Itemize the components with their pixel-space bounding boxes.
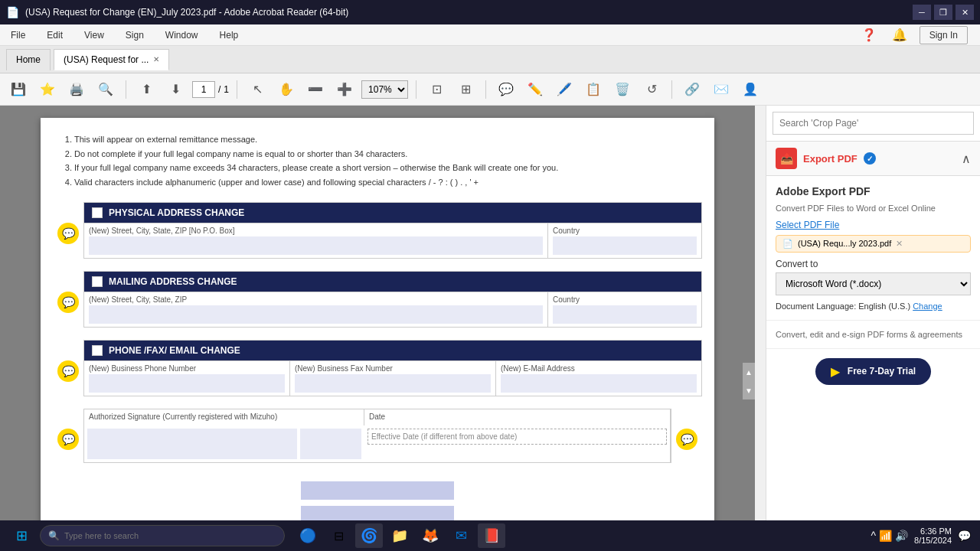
phone-field: (New) Business Phone Number <box>84 361 290 396</box>
trial-button[interactable]: ▶ Free 7-Day Trial <box>815 358 931 385</box>
mailing-country-input[interactable] <box>553 305 697 324</box>
comment-bubble-sig[interactable]: 💬 <box>57 429 79 450</box>
firefox-icon: 🦊 <box>422 527 439 544</box>
sig-input-1[interactable] <box>87 429 297 459</box>
mailing-country-label: Country <box>553 295 697 304</box>
minimize-button[interactable]: ─ <box>913 5 931 20</box>
zoom-out-button[interactable]: 🔍 <box>93 77 118 102</box>
zoom-in-tool[interactable]: ➕ <box>332 77 357 102</box>
mailing-street-input[interactable] <box>89 305 543 324</box>
scroll-up-button[interactable]: ▲ <box>743 363 755 381</box>
print-button[interactable]: 🖨️ <box>64 77 89 102</box>
phone-fax-checkbox[interactable] <box>92 345 103 356</box>
taskbar-cortana[interactable]: 🔵 <box>294 523 322 548</box>
menu-edit[interactable]: Edit <box>42 28 67 42</box>
fax-input[interactable] <box>295 374 491 393</box>
tab-home[interactable]: Home <box>6 49 51 70</box>
save-button[interactable]: 💾 <box>6 77 31 102</box>
taskbar-edge[interactable]: 🌀 <box>355 523 383 548</box>
notification-icon[interactable]: 💬 <box>958 530 971 542</box>
hand-tool[interactable]: ✋ <box>274 77 299 102</box>
page-number-input[interactable] <box>192 81 215 98</box>
clock-date: 8/15/2024 <box>914 536 952 545</box>
export-pdf-title: 📤 Export PDF ✓ <box>776 148 876 169</box>
sign-in-button[interactable]: Sign In <box>920 26 968 44</box>
markup-button[interactable]: 🖊️ <box>552 77 577 102</box>
doc-language: Document Language: English (U.S.) Change <box>776 302 971 311</box>
comment-bubble-phone[interactable]: 💬 <box>57 360 79 382</box>
marquee-tool[interactable]: ⊞ <box>453 77 478 102</box>
select-pdf-link[interactable]: Select PDF File <box>776 220 971 230</box>
menu-window[interactable]: Window <box>161 28 203 42</box>
comment-col-mailing: 💬 <box>53 271 83 334</box>
comment-bubble-sig-right[interactable]: 💬 <box>676 429 697 450</box>
link-button[interactable]: 🔗 <box>680 77 704 102</box>
taskbar-file-explorer[interactable]: 📁 <box>386 523 413 548</box>
taskbar-search-bar[interactable]: 🔍 <box>40 525 285 546</box>
prev-page-button[interactable]: ⬆ <box>134 77 158 102</box>
menu-sign[interactable]: Sign <box>121 28 149 42</box>
zoom-out-tool[interactable]: ➖ <box>303 77 328 102</box>
tab-document[interactable]: (USA) Request for ... ✕ <box>54 49 169 70</box>
divider-3 <box>416 80 416 99</box>
trial-section: ▶ Free 7-Day Trial <box>766 349 980 394</box>
page-separator: / <box>218 84 220 95</box>
physical-address-checkbox[interactable] <box>92 207 103 218</box>
comment-bubble-mailing[interactable]: 💬 <box>57 292 79 313</box>
physical-country-input[interactable] <box>553 236 697 255</box>
mailing-address-checkbox[interactable] <box>92 276 103 287</box>
rotate-button[interactable]: ↺ <box>639 77 664 102</box>
physical-street-input[interactable] <box>89 236 543 255</box>
tray-network-icon[interactable]: 📶 <box>879 530 892 542</box>
scroll-controls: ▲ ▼ <box>743 363 755 399</box>
help-button[interactable]: ❓ <box>858 24 880 46</box>
close-button[interactable]: ✕ <box>956 5 974 20</box>
bookmark-button[interactable]: ⭐ <box>35 77 60 102</box>
sig-input-2[interactable] <box>300 429 361 459</box>
taskbar: ⊞ 🔍 🔵 ⊟ 🌀 📁 🦊 ✉ 📕 ^ 📶 🔊 <box>0 520 980 551</box>
start-button[interactable]: ⊞ <box>6 523 37 548</box>
effective-date-label: Effective Date (if different from above … <box>368 429 667 445</box>
bottom-fields <box>53 481 702 524</box>
phone-input[interactable] <box>89 374 285 393</box>
change-language-link[interactable]: Change <box>913 302 942 311</box>
sidebar-collapse-button[interactable]: ∧ <box>962 152 971 166</box>
mailing-address-fields: (New) Street, City, State, ZIP Country <box>84 292 701 327</box>
pdf-viewer[interactable]: ▲ ▼ This will appear on external remitta… <box>0 106 755 551</box>
taskbar-taskview[interactable]: ⊟ <box>325 523 352 548</box>
mail-button[interactable]: ✉️ <box>709 77 733 102</box>
taskbar-firefox[interactable]: 🦊 <box>416 523 444 548</box>
tray-expand-icon[interactable]: ^ <box>871 530 876 542</box>
clock[interactable]: 6:36 PM 8/15/2024 <box>914 527 952 545</box>
delete-button[interactable]: 🗑️ <box>610 77 635 102</box>
tray-volume-icon[interactable]: 🔊 <box>895 530 908 542</box>
restore-button[interactable]: ❒ <box>934 5 952 20</box>
taskbar-acrobat[interactable]: 📕 <box>478 523 505 548</box>
export-icon: 📤 <box>776 148 797 169</box>
taskbar-outlook[interactable]: ✉ <box>447 523 475 548</box>
tab-close-button[interactable]: ✕ <box>153 55 159 64</box>
menu-help[interactable]: Help <box>215 28 243 42</box>
app-icon: 📄 <box>6 6 19 18</box>
cursor-tool[interactable]: ↖ <box>245 77 270 102</box>
email-input[interactable] <box>501 374 697 393</box>
notifications-button[interactable]: 🔔 <box>889 24 910 46</box>
stamp-button[interactable]: 📋 <box>581 77 606 102</box>
highlight-button[interactable]: ✏️ <box>523 77 547 102</box>
comment-button[interactable]: 💬 <box>494 77 518 102</box>
zoom-select[interactable]: 107% <box>361 80 408 99</box>
fit-page-button[interactable]: ⊡ <box>424 77 449 102</box>
file-tag-close-button[interactable]: ✕ <box>896 239 903 249</box>
convert-format-select[interactable]: Microsoft Word (*.docx) Microsoft Excel … <box>776 272 971 295</box>
comment-col-physical: 💬 <box>53 202 83 265</box>
account-button[interactable]: 👤 <box>738 77 763 102</box>
menu-view[interactable]: View <box>80 28 109 42</box>
menu-file[interactable]: File <box>6 28 30 42</box>
edge-icon: 🌀 <box>361 527 377 544</box>
bottom-input-1[interactable] <box>301 481 454 500</box>
next-page-button[interactable]: ⬇ <box>163 77 188 102</box>
sidebar-search-input[interactable] <box>773 112 974 135</box>
taskbar-search-input[interactable] <box>64 531 276 540</box>
scroll-down-button[interactable]: ▼ <box>743 381 755 399</box>
comment-bubble-physical[interactable]: 💬 <box>57 223 79 244</box>
